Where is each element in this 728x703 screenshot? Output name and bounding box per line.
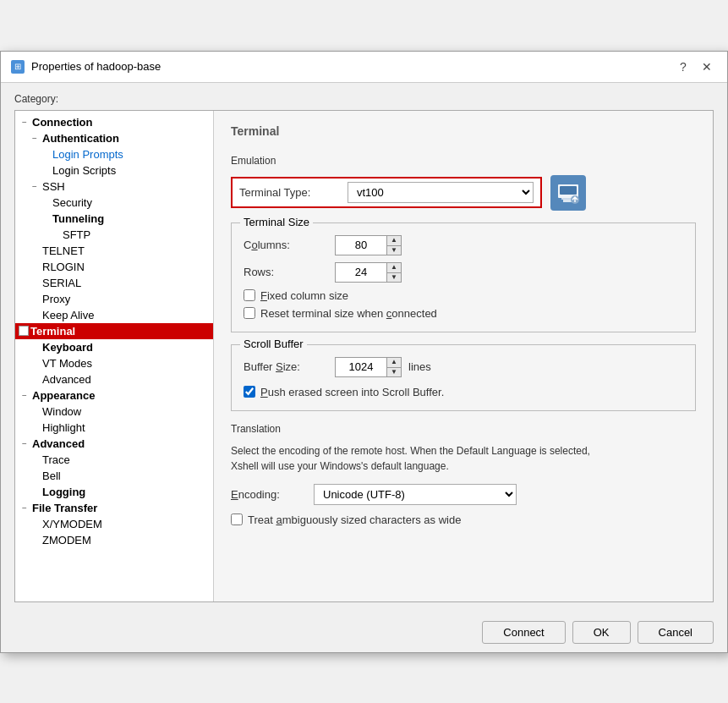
columns-row: Columns: 80 ▲ ▼: [244, 235, 683, 255]
terminal-size-group: Terminal Size Columns: 80 ▲ ▼ Rows:: [231, 222, 696, 332]
emulation-section-header: Emulation: [231, 155, 696, 167]
dialog-body: Category: − Connection − Authentication …: [1, 83, 727, 612]
expander-tunneling: [39, 212, 51, 224]
sidebar: − Connection − Authentication Login Prom…: [15, 111, 214, 601]
wide-chars-row: Treat ambiguously sized characters as wi…: [231, 514, 696, 526]
rows-row: Rows: 24 ▲ ▼: [244, 262, 683, 283]
sidebar-label-tunneling: Tunneling: [52, 212, 104, 225]
expander-window: [29, 405, 41, 417]
columns-up-btn[interactable]: ▲: [387, 236, 401, 245]
expander-xymodem: [29, 518, 41, 530]
sidebar-item-keyboard[interactable]: Keyboard: [15, 339, 213, 355]
encoding-select[interactable]: Unicode (UTF-8) ASCII ISO-8859-1: [314, 484, 517, 505]
encoding-label: Encoding:: [231, 488, 307, 501]
rows-up-btn[interactable]: ▲: [387, 263, 401, 272]
rows-label: Rows:: [244, 266, 328, 278]
sidebar-item-trace[interactable]: Trace: [15, 452, 213, 468]
columns-input[interactable]: 80: [336, 236, 386, 255]
terminal-type-label: Terminal Type:: [239, 186, 341, 199]
sidebar-item-telnet[interactable]: TELNET: [15, 243, 213, 259]
sidebar-item-connection[interactable]: − Connection: [15, 114, 213, 130]
sidebar-item-logging[interactable]: Logging: [15, 484, 213, 500]
sidebar-item-vt-modes[interactable]: VT Modes: [15, 355, 213, 371]
ok-button[interactable]: OK: [572, 621, 631, 644]
cancel-button[interactable]: Cancel: [638, 621, 714, 644]
buffer-input[interactable]: 1024: [336, 358, 386, 376]
wide-chars-checkbox[interactable]: [231, 514, 243, 525]
sidebar-item-login-scripts[interactable]: Login Scripts: [15, 162, 213, 178]
sidebar-item-terminal[interactable]: □ Terminal: [15, 323, 213, 339]
terminal-type-select[interactable]: vt100 vt220 xterm linux ansi: [348, 182, 534, 203]
expander-login-prompts: [39, 148, 51, 160]
terminal-config-icon[interactable]: [550, 175, 586, 211]
fixed-column-checkbox[interactable]: [244, 289, 255, 301]
terminal-type-box: Terminal Type: vt100 vt220 xterm linux a…: [231, 177, 542, 208]
sidebar-item-file-transfer[interactable]: − File Transfer: [15, 500, 213, 516]
sidebar-item-keep-alive[interactable]: Keep Alive: [15, 307, 213, 323]
scroll-buffer-label: Scroll Buffer: [240, 338, 307, 350]
sidebar-label-trace: Trace: [42, 453, 70, 466]
sidebar-label-proxy: Proxy: [42, 293, 70, 305]
reset-terminal-checkbox[interactable]: [244, 307, 255, 319]
rows-down-btn[interactable]: ▼: [387, 272, 401, 282]
columns-label: Columns:: [244, 239, 328, 251]
connect-button[interactable]: Connect: [482, 621, 565, 644]
translation-desc-line2: Xshell will use your Windows's default l…: [231, 460, 449, 472]
buffer-down-btn[interactable]: ▼: [387, 367, 401, 376]
expander-bell: [29, 470, 41, 481]
sidebar-item-security[interactable]: Security: [15, 195, 213, 211]
help-button[interactable]: ?: [673, 58, 693, 75]
category-label: Category:: [14, 93, 714, 105]
reset-terminal-row: Reset terminal size when connected: [244, 307, 683, 320]
sidebar-label-advanced-terminal: Advanced: [42, 373, 91, 386]
svg-rect-1: [560, 186, 577, 195]
columns-down-btn[interactable]: ▼: [387, 245, 401, 255]
sidebar-item-zmodem[interactable]: ZMODEM: [15, 532, 213, 548]
sidebar-item-tunneling[interactable]: Tunneling: [15, 211, 213, 227]
columns-spinbox: 80 ▲ ▼: [335, 235, 402, 255]
rows-input[interactable]: 24: [336, 263, 386, 282]
sidebar-item-ssh[interactable]: − SSH: [15, 178, 213, 195]
sidebar-item-window[interactable]: Window: [15, 404, 213, 420]
wide-chars-label: Treat ambiguously sized characters as wi…: [248, 514, 461, 526]
sidebar-label-keep-alive: Keep Alive: [42, 309, 94, 321]
reset-terminal-label: Reset terminal size when connected: [260, 307, 437, 320]
expander-connection: −: [19, 116, 30, 128]
sidebar-item-rlogin[interactable]: RLOGIN: [15, 259, 213, 275]
terminal-size-label: Terminal Size: [240, 216, 313, 228]
sidebar-label-connection: Connection: [32, 116, 93, 129]
sidebar-item-advanced[interactable]: − Advanced: [15, 436, 213, 452]
sidebar-label-xymodem: X/YMODEM: [42, 518, 102, 530]
sidebar-item-proxy[interactable]: Proxy: [15, 291, 213, 307]
sidebar-label-login-scripts: Login Scripts: [52, 164, 116, 177]
sidebar-label-authentication: Authentication: [42, 132, 119, 145]
sidebar-item-bell[interactable]: Bell: [15, 468, 213, 484]
buffer-up-btn[interactable]: ▲: [387, 358, 401, 367]
sidebar-item-appearance[interactable]: − Appearance: [15, 387, 213, 404]
sidebar-item-serial[interactable]: SERIAL: [15, 275, 213, 291]
expander-serial: [29, 277, 41, 288]
sidebar-item-authentication[interactable]: − Authentication: [15, 130, 213, 146]
close-button[interactable]: ✕: [697, 58, 717, 75]
sidebar-label-login-prompts: Login Prompts: [52, 148, 123, 161]
buffer-size-row: Buffer Size: 1024 ▲ ▼ lines: [244, 357, 683, 377]
expander-terminal: □: [19, 326, 29, 336]
fixed-column-row: Fixed column size: [244, 289, 683, 302]
sidebar-item-highlight[interactable]: Highlight: [15, 420, 213, 436]
encoding-row: Encoding: Unicode (UTF-8) ASCII ISO-8859…: [231, 484, 696, 505]
rows-spinbox: 24 ▲ ▼: [335, 262, 402, 283]
sidebar-item-sftp[interactable]: SFTP: [15, 227, 213, 243]
push-erased-checkbox[interactable]: [244, 386, 255, 398]
right-panel: Terminal Emulation Terminal Type: vt100 …: [214, 111, 713, 601]
sidebar-item-login-prompts[interactable]: Login Prompts: [15, 146, 213, 162]
sidebar-label-window: Window: [42, 405, 81, 418]
expander-sftp: [49, 228, 61, 240]
sidebar-item-xymodem[interactable]: X/YMODEM: [15, 516, 213, 532]
expander-file-transfer: −: [19, 502, 30, 514]
sidebar-label-rlogin: RLOGIN: [42, 261, 85, 273]
sidebar-label-keyboard: Keyboard: [42, 341, 93, 354]
sidebar-label-file-transfer: File Transfer: [32, 502, 97, 514]
expander-keep-alive: [29, 309, 41, 321]
dialog-icon: ⊞: [11, 60, 25, 74]
sidebar-item-advanced-terminal[interactable]: Advanced: [15, 371, 213, 387]
